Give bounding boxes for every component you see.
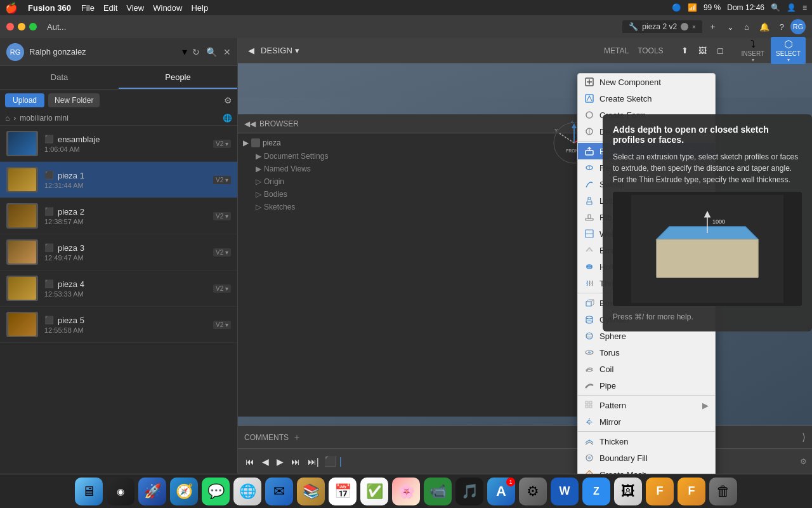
toolbar-icon-2[interactable]: 🖼	[695, 44, 710, 57]
tab-dropdown-button[interactable]: ⌄	[723, 21, 738, 33]
people-tab[interactable]: People	[119, 66, 237, 89]
browser-collapse-button[interactable]: ◀◀	[244, 119, 256, 128]
dock-fusion360[interactable]: F	[646, 478, 674, 505]
dock-finder[interactable]: 🖥	[75, 478, 103, 505]
dock-launchpad[interactable]: 🚀	[138, 478, 166, 505]
version-badge[interactable]: V2 ▾	[213, 284, 231, 293]
menu-item-coil[interactable]: Coil	[578, 361, 715, 377]
data-tab[interactable]: Data	[0, 66, 119, 89]
close-panel-icon[interactable]: ✕	[223, 47, 231, 57]
menu-item-pattern[interactable]: Pattern ▶	[578, 397, 715, 413]
menu-file[interactable]: File	[81, 3, 95, 13]
metal-label[interactable]: METAL	[604, 46, 629, 55]
home-icon[interactable]: ⌂	[5, 114, 10, 123]
notifications-button[interactable]: 🔔	[756, 21, 773, 33]
menu-item-create-mesh[interactable]: Create Mesh	[578, 466, 715, 474]
globe-icon[interactable]: 🌐	[223, 114, 232, 123]
browser-subitem[interactable]: ▶ Document Settings	[251, 150, 577, 163]
menu-item-boundary-fill[interactable]: Boundary Fill	[578, 450, 715, 466]
dock-chrome[interactable]: 🌐	[233, 478, 261, 505]
tab-close-button[interactable]: ×	[692, 23, 696, 30]
dock-music[interactable]: 🎵	[455, 478, 483, 505]
playback-prev-button[interactable]: ◀	[259, 455, 272, 468]
dock-zoom[interactable]: Z	[582, 478, 610, 505]
browser-item[interactable]: ▶ pieza	[238, 136, 577, 150]
maximize-button[interactable]	[29, 23, 37, 30]
browser-subitem[interactable]: ▷ Sketches	[251, 201, 577, 213]
new-folder-button[interactable]: New Folder	[48, 93, 100, 107]
browser-subitem[interactable]: ▶ Named Views	[251, 163, 577, 175]
dock-books[interactable]: 📚	[297, 478, 325, 505]
menu-item-create-sketch[interactable]: Create Sketch	[578, 90, 715, 107]
menu-edit[interactable]: Edit	[103, 3, 117, 13]
playback-end-button[interactable]: ⏭|	[305, 455, 322, 468]
toolbar-icon-1[interactable]: ⬆	[678, 44, 692, 57]
user-initials[interactable]: RG	[790, 19, 806, 34]
select-button[interactable]: ⬡ SELECT ▾	[771, 37, 806, 64]
dock-mail[interactable]: ✉	[265, 478, 293, 505]
dock-trash[interactable]: 🗑	[709, 478, 737, 505]
dock-photos[interactable]: 🌸	[392, 478, 420, 505]
spotlight-icon[interactable]: 🔍	[771, 3, 780, 12]
menu-window[interactable]: Window	[153, 3, 182, 13]
apple-menu[interactable]: 🍎	[5, 2, 18, 14]
menu-item-mirror[interactable]: Mirror	[578, 413, 715, 430]
version-badge[interactable]: V2 ▾	[213, 248, 231, 257]
dock-siri[interactable]: ◉	[107, 478, 134, 505]
version-badge[interactable]: V2 ▾	[213, 321, 231, 329]
menu-item-torus[interactable]: Torus	[578, 344, 715, 361]
menu-item-pipe[interactable]: Pipe	[578, 377, 715, 394]
list-item[interactable]: ⬛ pieza 3 12:49:47 AM V2 ▾	[0, 234, 237, 271]
dock-facetime[interactable]: 📹	[424, 478, 452, 505]
view-options-button[interactable]: ⚙	[800, 457, 807, 466]
version-badge[interactable]: V2 ▾	[213, 140, 231, 148]
back-button[interactable]: ◀	[244, 44, 258, 57]
dock-whatsapp[interactable]: 💬	[202, 478, 230, 505]
menu-view[interactable]: View	[126, 3, 144, 13]
version-badge[interactable]: V2 ▾	[213, 176, 231, 184]
dock-calendar[interactable]: 📅	[329, 478, 357, 505]
insert-button[interactable]: ⤵ INSERT ▾	[737, 37, 770, 64]
menu-extras[interactable]: ≡	[802, 3, 807, 12]
tools-label[interactable]: TOOLS	[638, 46, 663, 55]
new-tab-button[interactable]: ＋	[705, 20, 721, 34]
dock-reminders[interactable]: ✅	[360, 478, 388, 505]
version-badge[interactable]: V2 ▾	[213, 212, 231, 220]
design-label[interactable]: DESIGN ▾	[261, 46, 299, 55]
browser-subitem[interactable]: ▷ Bodies	[251, 188, 577, 201]
menu-help[interactable]: Help	[191, 3, 208, 13]
list-item[interactable]: ⬛ pieza 5 12:55:58 AM V2 ▾	[0, 307, 237, 343]
user-avatar-menu[interactable]: 👤	[787, 3, 796, 12]
upload-button[interactable]: Upload	[5, 93, 44, 107]
dock-appstore[interactable]: A 1	[487, 478, 515, 505]
dock-preview[interactable]: 🖼	[614, 478, 642, 505]
list-item[interactable]: ⬛ ensamblaje 1:06:04 AM V2 ▾	[0, 126, 237, 162]
playback-play-button[interactable]: ▶	[274, 455, 286, 468]
breadcrumb-folder[interactable]: mobiliario mini	[20, 114, 69, 123]
minimize-button[interactable]	[18, 23, 25, 30]
dock-fusion360b[interactable]: F	[678, 478, 705, 505]
home-button[interactable]: ⌂	[740, 21, 753, 33]
refresh-icon[interactable]: ↻	[192, 47, 200, 57]
close-button[interactable]	[6, 23, 14, 30]
help-button[interactable]: ?	[776, 21, 788, 33]
playback-next-frame-button[interactable]: ⏭	[289, 455, 303, 468]
active-tab[interactable]: 🔧 pieza 2 v2 ×	[622, 20, 702, 33]
list-item[interactable]: ⬛ pieza 2 12:38:57 AM V2 ▾	[0, 198, 237, 234]
user-dropdown-icon[interactable]: ▾	[182, 46, 187, 58]
menu-item-thicken[interactable]: Thicken	[578, 433, 715, 450]
settings-icon-button[interactable]: ⚙	[224, 95, 232, 105]
timeline-marker[interactable]: |	[339, 456, 342, 467]
playback-start-button[interactable]: ⏮	[243, 455, 257, 468]
toolbar-icon-3[interactable]: ◻	[713, 44, 728, 57]
app-name-menu[interactable]: Fusion 360	[28, 3, 71, 13]
list-item[interactable]: ⬛ pieza 4 12:53:33 AM V2 ▾	[0, 271, 237, 307]
menu-item-new-component[interactable]: New Component	[578, 74, 715, 90]
add-comment-button[interactable]: ＋	[292, 432, 301, 443]
dock-word[interactable]: W	[551, 478, 579, 505]
browser-subitem[interactable]: ▷ Origin	[251, 175, 577, 188]
dock-safari[interactable]: 🧭	[170, 478, 198, 505]
dock-system-prefs[interactable]: ⚙	[519, 478, 547, 505]
comments-expand-button[interactable]: ⟩	[802, 431, 806, 443]
search-icon[interactable]: 🔍	[206, 47, 217, 57]
